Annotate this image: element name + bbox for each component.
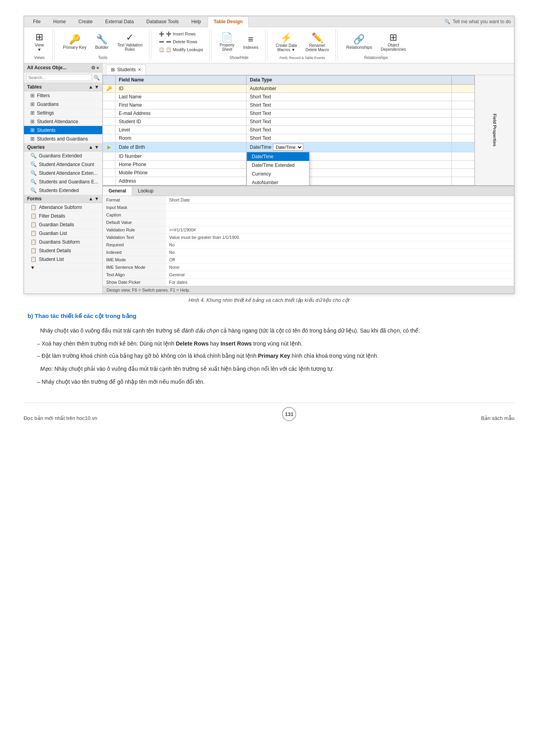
data-type-lastname[interactable]: Short Text <box>247 93 452 101</box>
field-name-id[interactable]: ID <box>116 85 247 93</box>
tab-file[interactable]: File <box>27 16 46 27</box>
dropdown-item-datetime[interactable]: Date/Time <box>247 152 309 161</box>
field-name-studentid[interactable]: Student ID <box>116 118 247 126</box>
data-type-room[interactable]: Short Text <box>247 134 452 142</box>
nav-item-guardians-subform[interactable]: 📋 Guardians Subform <box>24 238 102 246</box>
view-button[interactable]: ⊞ View ▼ <box>29 30 49 54</box>
test-validation-button[interactable]: ✓ Test ValidationRules <box>114 31 146 54</box>
nav-item-attendance-subform[interactable]: 📋 Attendance Subform <box>24 203 102 212</box>
data-type-id[interactable]: AutoNumber <box>247 85 452 93</box>
prop-value-validtext[interactable]: Value must be greater than 1/1/1900. <box>166 234 514 241</box>
prop-value-imemode[interactable]: Off <box>166 256 514 264</box>
tab-table-design[interactable]: Table Design <box>208 16 249 27</box>
description-address[interactable] <box>451 177 474 185</box>
prop-value-inputmask[interactable] <box>166 204 514 211</box>
forms-section-header[interactable]: Forms ▲ ▼ <box>24 195 102 203</box>
create-data-macros-button[interactable]: ⚡ Create DataMacros ▼ <box>272 31 300 54</box>
data-type-firstname[interactable]: Short Text <box>247 101 452 109</box>
data-type-dob[interactable]: Date/Time Date/Time Short Text Long Text… <box>247 142 452 152</box>
nav-item-settings[interactable]: ⊞ Settings <box>24 109 102 117</box>
table-row[interactable]: First Name Short Text <box>103 101 475 109</box>
field-name-level[interactable]: Level <box>116 126 247 134</box>
field-name-dob[interactable]: Date of Birth <box>116 142 247 152</box>
nav-item-guardian-details[interactable]: 📋 Guardian Details <box>24 220 102 229</box>
queries-section-header[interactable]: Queries ▲ ▼ <box>24 143 102 152</box>
data-type-studentid[interactable]: Short Text <box>247 118 452 126</box>
modify-lookups-button[interactable]: 📋 📋 Modify Lookups <box>156 46 206 54</box>
prop-value-showdatepicker[interactable]: For dates <box>166 279 514 286</box>
prop-value-indexed[interactable]: No <box>166 249 514 256</box>
tab-home[interactable]: Home <box>47 16 72 27</box>
nav-item-guardians-extended[interactable]: 🔍 Guardians Extended <box>24 152 102 160</box>
nav-item-filters[interactable]: ⊞ Filters <box>24 91 102 100</box>
nav-item-guardian-list[interactable]: 📋 Guardian List <box>24 229 102 238</box>
builder-button[interactable]: 🔧 Builder <box>92 33 112 52</box>
prop-value-textalign[interactable]: General <box>166 271 514 279</box>
data-type-email[interactable]: Short Text <box>247 109 452 118</box>
nav-item-student-attendance-ext[interactable]: 🔍 Student Attendance Exten... <box>24 169 102 177</box>
nav-item-student-attendance-count[interactable]: 🔍 Student Attendance Count <box>24 160 102 169</box>
primary-key-button[interactable]: 🔑 Primary Key <box>59 33 90 52</box>
tab-lookup[interactable]: Lookup <box>132 186 159 196</box>
nav-item-students-guardians-e[interactable]: 🔍 Students and Guardians E... <box>24 177 102 186</box>
description-studentid[interactable] <box>451 118 474 126</box>
field-name-room[interactable]: Room <box>116 134 247 142</box>
prop-value-format[interactable]: Short Date <box>166 196 514 204</box>
description-mobilephone[interactable] <box>451 169 474 177</box>
field-name-lastname[interactable]: Last Name <box>116 93 247 101</box>
description-level[interactable] <box>451 126 474 134</box>
tab-general[interactable]: General <box>103 186 132 196</box>
tab-help[interactable]: Help <box>186 16 207 27</box>
description-dob[interactable] <box>451 142 474 152</box>
nav-item-students-extended[interactable]: 🔍 Students Extended <box>24 186 102 195</box>
property-sheet-button[interactable]: 📄 PropertySheet <box>216 31 238 54</box>
nav-item-filter-details[interactable]: 📋 Filter Details <box>24 212 102 220</box>
tables-section-header[interactable]: Tables ▲ ▼ <box>24 83 102 91</box>
object-dependencies-button[interactable]: ⊞ ObjectDependencies <box>377 31 409 54</box>
description-idnumber[interactable] <box>451 152 474 161</box>
description-room[interactable] <box>451 134 474 142</box>
insert-rows-button[interactable]: ➕ ➕ Insert Rows <box>156 30 206 38</box>
table-row[interactable]: Room Short Text <box>103 134 475 142</box>
table-row-selected[interactable]: ▶ Date of Birth Date/Time Date/Time Shor… <box>103 142 475 152</box>
description-lastname[interactable] <box>451 93 474 101</box>
rename-delete-macro-button[interactable]: ✏️ Rename/Delete Macro <box>302 31 332 54</box>
dropdown-item-currency[interactable]: Currency <box>247 170 309 178</box>
nav-item-guardians[interactable]: ⊞ Guardians <box>24 100 102 109</box>
dropdown-item-autonumber[interactable]: AutoNumber <box>247 178 309 185</box>
field-name-mobilephone[interactable]: Mobile Phone <box>116 169 247 177</box>
nav-item-students-guardians[interactable]: ⊞ Students and Guardians <box>24 135 102 143</box>
nav-item-student-attendance[interactable]: ⊞ Student Attendance <box>24 117 102 126</box>
description-homephone[interactable] <box>451 161 474 169</box>
nav-item-student-list[interactable]: 📋 Student List <box>24 255 102 264</box>
table-row[interactable]: E-mail Address Short Text <box>103 109 475 118</box>
table-row[interactable]: 🔑 ID AutoNumber <box>103 85 475 93</box>
prop-value-validrule[interactable]: >=#1/1/1900# <box>166 226 514 234</box>
field-name-homephone[interactable]: Home Phone <box>116 161 247 169</box>
field-name-address[interactable]: Address <box>116 177 247 185</box>
field-name-email[interactable]: E-mail Address <box>116 109 247 118</box>
prop-value-required[interactable]: No <box>166 241 514 249</box>
description-id[interactable] <box>451 85 474 93</box>
nav-item-students[interactable]: ⊞ Students <box>24 126 102 135</box>
relationships-button[interactable]: 🔗 Relationships <box>343 33 376 52</box>
description-firstname[interactable] <box>451 101 474 109</box>
description-email[interactable] <box>451 109 474 118</box>
indexes-button[interactable]: ≡ Indexes <box>240 33 262 52</box>
tab-create[interactable]: Create <box>72 16 98 27</box>
students-tab[interactable]: ⊞ Students × <box>106 65 146 75</box>
prop-value-defaultvalue[interactable] <box>166 219 514 226</box>
table-row[interactable]: Student ID Short Text <box>103 118 475 126</box>
tab-close-icon[interactable]: × <box>138 67 141 72</box>
prop-value-caption[interactable] <box>166 211 514 219</box>
dropdown-item-datetime-ext[interactable]: Date/Time Extended <box>247 161 309 170</box>
nav-search-input[interactable] <box>26 74 92 81</box>
data-type-level[interactable]: Short Text <box>247 126 452 134</box>
data-type-dropdown[interactable]: Date/Time Short Text Long Text Number <box>273 144 303 151</box>
table-row[interactable]: Last Name Short Text <box>103 93 475 101</box>
tab-database-tools[interactable]: Database Tools <box>140 16 185 27</box>
field-name-idnumber[interactable]: ID Number <box>116 152 247 161</box>
delete-rows-button[interactable]: ➖ ➖ Delete Rows <box>156 38 206 46</box>
prop-value-imesentence[interactable]: None <box>166 264 514 271</box>
table-row[interactable]: Level Short Text <box>103 126 475 134</box>
